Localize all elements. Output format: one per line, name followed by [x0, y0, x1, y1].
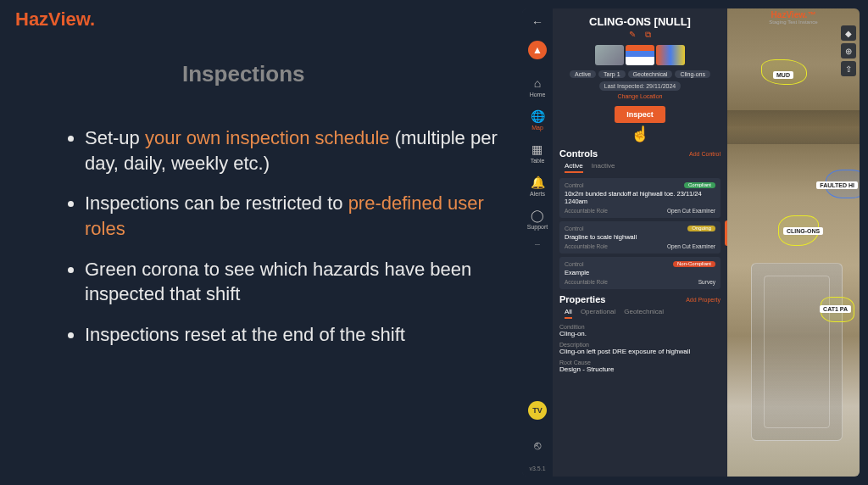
- tab-geotechnical[interactable]: Geotechnical: [624, 308, 664, 319]
- controls-tabs: Active Inactive: [559, 162, 721, 173]
- thumbnail-2[interactable]: [626, 45, 654, 65]
- sidebar-item-table[interactable]: ▦Table: [531, 142, 545, 164]
- control-card-2[interactable]: ControlOngoing Dragline to scale highwal…: [559, 221, 721, 254]
- prop-label: Condition: [559, 324, 721, 330]
- tab-active[interactable]: Active: [565, 162, 583, 173]
- prop-label: Description: [559, 342, 721, 348]
- tag-active[interactable]: Active: [570, 70, 596, 78]
- map-controls: ◆ ⊕ ⇧: [841, 25, 856, 76]
- add-control-link[interactable]: Add Control: [689, 151, 721, 157]
- tag-geotech[interactable]: Geotechnical: [628, 70, 673, 78]
- role-label: Accountable Role: [565, 243, 608, 249]
- bullet-2: Inspections can be restricted to pre-def…: [85, 191, 509, 241]
- last-inspected: Last Inspected: 29/11/2024: [599, 81, 681, 91]
- controls-heading: Controls: [559, 148, 598, 159]
- sidebar-label-support: Support: [527, 224, 548, 230]
- control-card-3[interactable]: ControlNon-Compliant Example Accountable…: [559, 257, 721, 289]
- hazard-label-cat1: CAT1 PA: [820, 305, 851, 313]
- control-desc: Dragline to scale highwall: [565, 233, 715, 241]
- sidebar-label-map: Map: [531, 125, 543, 131]
- add-property-link[interactable]: Add Property: [686, 297, 721, 303]
- hazard-label-clingons: CLING-ONS: [783, 227, 823, 235]
- home-icon: ⌂: [530, 76, 546, 90]
- status-ongoing: Ongoing: [687, 226, 715, 231]
- property-description: Description Cling-on left post DRE expos…: [559, 342, 721, 355]
- pointer-hand-icon: ☝: [559, 125, 721, 143]
- tag-clingons[interactable]: Cling-ons: [675, 70, 710, 78]
- exit-icon[interactable]: ⎋: [534, 438, 541, 452]
- role-value: Survey: [698, 279, 715, 285]
- bullet-1-a: Set-up: [85, 127, 145, 148]
- back-icon[interactable]: ←: [531, 15, 543, 29]
- control-card-1[interactable]: ControlCompliant 10x2m bunded standoff a…: [559, 178, 721, 218]
- map-subtitle: Staging Test Instance: [727, 20, 860, 25]
- bullet-list: Set-up your own inspection schedule (mul…: [68, 125, 509, 363]
- properties-heading: Properties: [559, 294, 605, 304]
- role-value: Open Cut Examiner: [667, 208, 715, 214]
- layers-icon[interactable]: ◆: [841, 25, 856, 41]
- role-value: Open Cut Examiner: [667, 243, 715, 249]
- prop-value: Cling-on.: [559, 330, 721, 337]
- app-sidebar: ← ▲ ⌂Home 🌐Map ▦Table 🔔Alerts ◯Support ·…: [522, 8, 553, 477]
- map-header: HazView.™ Staging Test Instance: [727, 10, 860, 25]
- bullet-3: Green corona to see which hazards have b…: [85, 257, 509, 307]
- control-label: Control: [565, 226, 584, 231]
- tag-row: Active Tarp 1 Geotechnical Cling-ons: [559, 70, 721, 78]
- thumbnail-3[interactable]: [656, 45, 685, 65]
- prop-label: Root Cause: [559, 360, 721, 365]
- table-icon: ▦: [531, 142, 545, 156]
- map-brand: HazView.™: [771, 10, 816, 20]
- sidebar-label-table: Table: [531, 158, 545, 164]
- globe-icon: 🌐: [531, 109, 545, 123]
- sidebar-item-home[interactable]: ⌂Home: [530, 76, 546, 98]
- detail-panel: CLING-ONS [NULL] ✎ ⧉ Active Tarp 1 Geote…: [553, 8, 727, 477]
- edit-icon[interactable]: ✎: [629, 30, 636, 39]
- tab-operational[interactable]: Operational: [581, 308, 615, 319]
- slide-title: Inspections: [182, 61, 304, 87]
- more-icon: ···: [535, 242, 540, 248]
- bullet-2-a: Inspections can be restricted to: [85, 192, 348, 214]
- map-road: [727, 110, 860, 144]
- prop-value: Design - Structure: [559, 365, 721, 373]
- control-label: Control: [565, 182, 584, 188]
- property-condition: Condition Cling-on.: [559, 324, 721, 337]
- control-label: Control: [565, 261, 584, 267]
- locate-icon[interactable]: ⊕: [841, 43, 856, 59]
- tv-badge[interactable]: TV: [528, 401, 547, 420]
- property-root-cause: Root Cause Design - Structure: [559, 360, 721, 373]
- tab-inactive[interactable]: Inactive: [592, 162, 615, 173]
- property-tabs: All Operational Geotechnical: [559, 308, 721, 319]
- sidebar-label-alerts: Alerts: [530, 191, 545, 197]
- bullet-1-highlight: your own inspection schedule: [145, 127, 390, 148]
- warning-icon[interactable]: ▲: [528, 41, 547, 59]
- version-label: v3.5.1: [529, 465, 545, 471]
- bullet-1: Set-up your own inspection schedule (mul…: [85, 125, 509, 176]
- sidebar-item-map[interactable]: 🌐Map: [531, 109, 545, 131]
- sidebar-item-more[interactable]: ···: [535, 242, 540, 248]
- brand-logo: HazView.: [15, 8, 95, 31]
- thumbnail-row: [559, 45, 721, 65]
- inspect-button[interactable]: Inspect: [615, 106, 665, 123]
- prop-value: Cling-on left post DRE exposure of highw…: [559, 348, 721, 355]
- north-icon[interactable]: ⇧: [841, 61, 856, 76]
- sidebar-item-alerts[interactable]: 🔔Alerts: [530, 176, 545, 197]
- role-label: Accountable Role: [565, 279, 608, 285]
- support-icon: ◯: [527, 209, 548, 222]
- change-location-link[interactable]: Change Location: [559, 93, 721, 99]
- tag-tarp[interactable]: Tarp 1: [598, 70, 625, 78]
- bell-icon: 🔔: [530, 176, 545, 189]
- title-actions: ✎ ⧉: [559, 30, 721, 40]
- bullet-4: Inspections reset at the end of the shif…: [85, 322, 509, 348]
- panel-title: CLING-ONS [NULL]: [559, 15, 721, 28]
- sidebar-label-home: Home: [530, 92, 546, 98]
- status-compliant: Compliant: [684, 182, 715, 188]
- tab-all[interactable]: All: [565, 308, 572, 319]
- sidebar-item-support[interactable]: ◯Support: [527, 209, 548, 230]
- map-view[interactable]: HazView.™ Staging Test Instance ◆ ⊕ ⇧ MU…: [727, 8, 860, 477]
- thumbnail-1[interactable]: [595, 45, 624, 65]
- role-label: Accountable Role: [565, 208, 608, 214]
- control-desc: 10x2m bunded standoff at highwall toe. 2…: [565, 190, 715, 205]
- app-screenshot: ← ▲ ⌂Home 🌐Map ▦Table 🔔Alerts ◯Support ·…: [522, 8, 860, 477]
- map-pit: [751, 263, 843, 441]
- copy-icon[interactable]: ⧉: [645, 30, 651, 39]
